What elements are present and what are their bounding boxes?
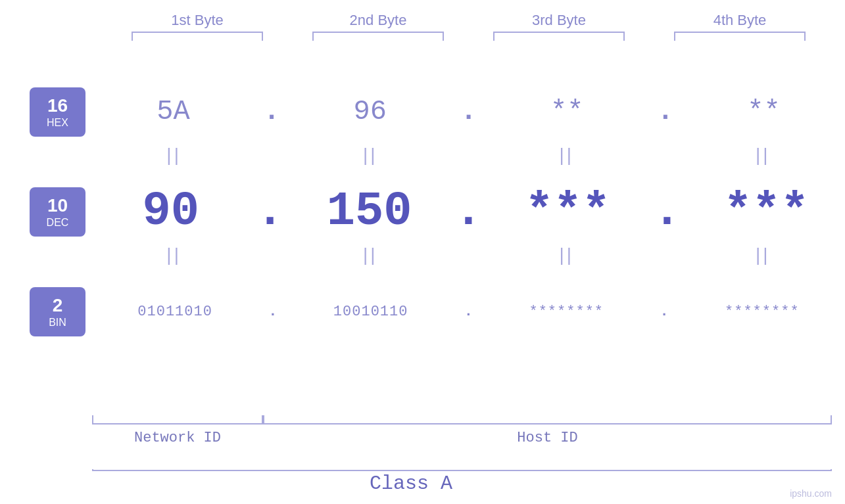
bottom-brackets xyxy=(92,415,832,424)
byte3-header: 3rd Byte xyxy=(487,12,631,29)
bottom-labels-row: Network ID Host ID xyxy=(92,430,832,446)
host-id-label: Host ID xyxy=(263,430,832,446)
bin-badge-label: BIN xyxy=(49,317,66,329)
eq1-3: || xyxy=(495,145,639,166)
dec-badge-label: DEC xyxy=(47,217,69,229)
bin-val-1: 01011010 xyxy=(103,304,247,320)
host-id-bracket xyxy=(263,415,832,424)
top-brackets xyxy=(107,32,831,41)
eq2-3: || xyxy=(495,244,639,265)
hex-badge: 16 HEX xyxy=(30,87,85,137)
full-bottom-bracket xyxy=(92,469,832,471)
bin-dot-3: . xyxy=(660,304,668,320)
hex-dot-3: . xyxy=(657,96,673,127)
eq2-1: || xyxy=(102,244,247,265)
net-id-bracket xyxy=(92,415,263,424)
hex-val-2: 96 xyxy=(298,96,443,127)
class-label: Class A xyxy=(0,472,822,495)
bin-val-2: 10010110 xyxy=(299,304,443,320)
dec-dot-3: . xyxy=(653,185,681,239)
dec-row: 10 DEC 90 . 150 . *** . *** xyxy=(0,179,845,244)
bottom-bracket-area: Network ID Host ID xyxy=(92,415,832,446)
dec-val-2: 150 xyxy=(297,185,442,239)
dec-val-1: 90 xyxy=(99,185,243,239)
hex-val-1: 5A xyxy=(101,96,246,127)
hex-badge-label: HEX xyxy=(47,117,68,129)
hex-badge-num: 16 xyxy=(47,95,68,117)
dec-badge: 10 DEC xyxy=(30,187,85,237)
hex-val-3: ** xyxy=(495,96,639,127)
network-id-label: Network ID xyxy=(92,430,263,446)
bin-val-3: ******** xyxy=(494,304,639,320)
bin-values-area: 01011010 . 10010110 . ******** . *******… xyxy=(92,304,845,320)
bin-dot-2: . xyxy=(464,304,473,320)
byte4-header: 4th Byte xyxy=(667,12,812,29)
bin-val-4: ******** xyxy=(690,304,834,320)
equals-row-2: || || || || xyxy=(0,244,845,265)
bin-dot-1: . xyxy=(268,304,277,320)
top-bracket-3 xyxy=(493,32,625,41)
hex-val-4: ** xyxy=(691,96,836,127)
byte2-header: 2nd Byte xyxy=(306,12,450,29)
bin-badge: 2 BIN xyxy=(30,287,85,336)
top-bracket-2 xyxy=(312,32,444,41)
hex-dot-2: . xyxy=(460,96,477,127)
byte1-header: 1st Byte xyxy=(125,12,270,29)
dec-val-4: *** xyxy=(694,185,838,239)
eq2-values: || || || || xyxy=(92,244,845,265)
dec-dot-2: . xyxy=(454,185,483,239)
dec-dot-1: . xyxy=(256,185,284,239)
dec-val-3: *** xyxy=(495,185,640,239)
rows-area: 16 HEX 5A . 96 . ** . ** || || | xyxy=(0,66,845,344)
eq1-2: || xyxy=(298,145,443,166)
main-container: 1st Byte 2nd Byte 3rd Byte 4th Byte 16 H… xyxy=(0,0,845,504)
eq2-4: || xyxy=(690,244,835,265)
bin-badge-num: 2 xyxy=(53,294,63,317)
top-bracket-4 xyxy=(674,32,806,41)
watermark: ipshu.com xyxy=(790,488,832,499)
hex-dot-1: . xyxy=(264,96,280,127)
equals-row-1: || || || || xyxy=(0,145,845,166)
eq1-values: || || || || xyxy=(92,145,845,166)
hex-values-area: 5A . 96 . ** . ** xyxy=(92,96,845,127)
hex-row: 16 HEX 5A . 96 . ** . ** xyxy=(0,79,845,145)
eq2-2: || xyxy=(298,244,443,265)
dec-badge-num: 10 xyxy=(47,195,68,217)
eq1-1: || xyxy=(102,145,247,166)
bin-row: 2 BIN 01011010 . 10010110 . ******** . *… xyxy=(0,279,845,344)
top-bracket-1 xyxy=(132,32,263,41)
dec-values-area: 90 . 150 . *** . *** xyxy=(92,185,845,239)
eq1-4: || xyxy=(690,145,835,166)
byte-headers-row: 1st Byte 2nd Byte 3rd Byte 4th Byte xyxy=(107,12,831,29)
